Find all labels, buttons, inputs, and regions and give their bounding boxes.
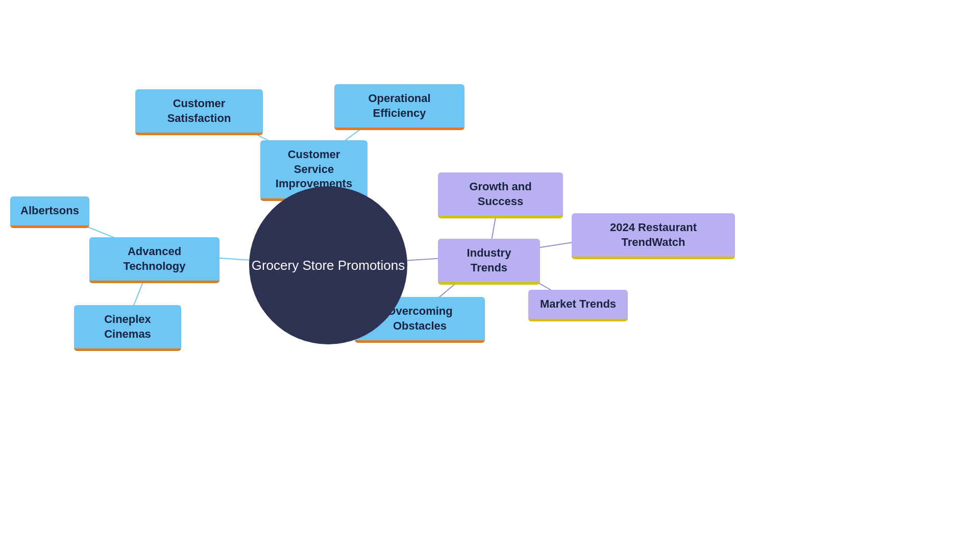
industry-trends[interactable]: Industry Trends xyxy=(438,239,540,285)
center-label: Grocery Store Promotions xyxy=(252,256,405,274)
advanced-technology[interactable]: Advanced Technology xyxy=(89,237,219,283)
operational-efficiency[interactable]: Operational Efficiency xyxy=(334,84,464,130)
customer-service-improvements-label: Customer Service Improvements xyxy=(270,147,358,191)
2024-restaurant-trendwatch-label: 2024 Restaurant TrendWatch xyxy=(581,220,726,249)
albertsons[interactable]: Albertsons xyxy=(10,196,89,228)
cineplex-cinemas[interactable]: Cineplex Cinemas xyxy=(74,305,181,351)
customer-satisfaction-label: Customer Satisfaction xyxy=(144,96,254,126)
albertsons-label: Albertsons xyxy=(20,204,79,218)
customer-satisfaction[interactable]: Customer Satisfaction xyxy=(135,89,263,135)
cineplex-cinemas-label: Cineplex Cinemas xyxy=(83,312,172,341)
market-trends-label: Market Trends xyxy=(540,297,616,312)
industry-trends-label: Industry Trends xyxy=(447,246,531,275)
growth-and-success[interactable]: Growth and Success xyxy=(438,172,563,218)
operational-efficiency-label: Operational Efficiency xyxy=(344,91,455,120)
advanced-technology-label: Advanced Technology xyxy=(99,244,210,273)
market-trends[interactable]: Market Trends xyxy=(528,290,628,321)
growth-and-success-label: Growth and Success xyxy=(447,180,554,209)
2024-restaurant-trendwatch[interactable]: 2024 Restaurant TrendWatch xyxy=(572,213,735,259)
center-node[interactable]: Grocery Store Promotions xyxy=(249,186,407,344)
